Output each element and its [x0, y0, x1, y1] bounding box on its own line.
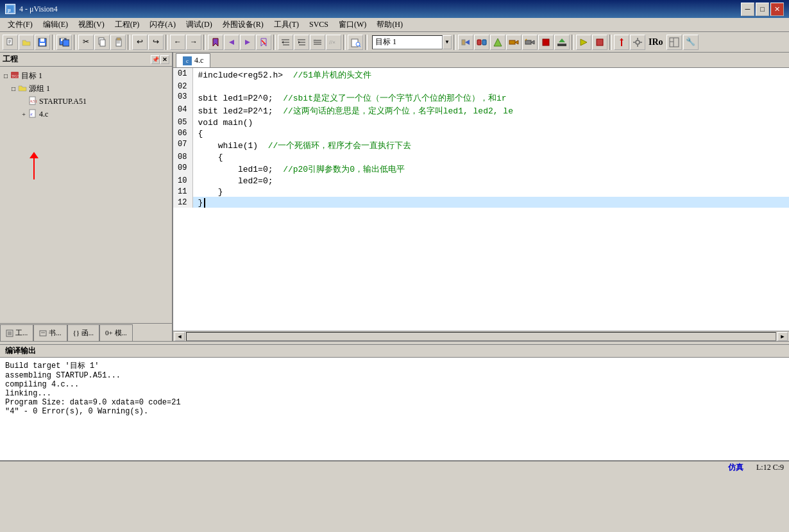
tree-sourcegroup[interactable]: □ 源组 1	[0, 82, 172, 95]
menu-flash[interactable]: 闪存(A)	[144, 18, 181, 31]
build-line: linking...	[5, 389, 784, 398]
extra-tools-btn[interactable]: 🔧	[683, 35, 699, 50]
line-number: 03	[173, 91, 192, 104]
build-output-title: 编译输出	[5, 345, 36, 356]
maximize-button[interactable]: □	[756, 3, 769, 16]
line-content[interactable]: }	[192, 197, 789, 208]
line-content[interactable]: {	[192, 151, 789, 162]
line-content[interactable]: {	[192, 128, 789, 138]
svg-marker-18	[213, 38, 218, 46]
expand-sourcegroup[interactable]: □	[10, 85, 17, 92]
stop-debug[interactable]	[592, 35, 607, 50]
code-line-06: 06{	[173, 128, 789, 138]
svg-marker-19	[229, 40, 234, 45]
svg-rect-41	[477, 40, 481, 45]
stop-build[interactable]	[538, 35, 554, 50]
line-number: 06	[173, 128, 192, 138]
options-target[interactable]	[458, 35, 473, 50]
copy-button[interactable]	[94, 35, 110, 50]
bookmark-next[interactable]	[240, 35, 255, 50]
download-button[interactable]	[554, 35, 570, 50]
target-icon: TGT	[10, 71, 19, 81]
line-content[interactable]: void main()	[192, 117, 789, 128]
sep4	[165, 35, 168, 50]
new-button[interactable]	[3, 35, 18, 50]
menu-svcs[interactable]: SVCS	[304, 18, 334, 31]
tree-root[interactable]: □ TGT 目标 1	[0, 69, 172, 82]
cut-button[interactable]: ✂	[78, 35, 94, 50]
settings-button[interactable]	[630, 35, 645, 50]
sidebar-close-btn[interactable]: ✕	[160, 55, 169, 64]
docbrowse-button[interactable]	[348, 35, 363, 50]
sidebar-tab-books[interactable]: 书...	[33, 324, 67, 341]
expand-root[interactable]: □	[3, 72, 9, 79]
scroll-track[interactable]	[186, 332, 776, 341]
svg-rect-43	[509, 40, 515, 44]
build-button[interactable]	[506, 35, 522, 50]
menu-tools[interactable]: 工具(T)	[269, 18, 304, 31]
line-content[interactable]: }	[192, 186, 789, 197]
pin-button[interactable]	[614, 35, 629, 50]
svg-text://×: //×	[329, 39, 335, 46]
undo-button[interactable]: ↩	[132, 35, 148, 50]
tree-4c[interactable]: + .c 4.c	[0, 108, 172, 121]
menu-view[interactable]: 视图(V)	[73, 18, 110, 31]
tree-startup[interactable]: A51 STARTUP.A51	[0, 95, 172, 108]
editor-tab-4c[interactable]: c 4.c	[176, 53, 210, 67]
line-content[interactable]: led1=0; //p20引脚参数为0，输出低电平	[192, 162, 789, 175]
line-number: 05	[173, 117, 192, 128]
sidebar-tab-templates[interactable]: 0+ 模...	[99, 324, 133, 341]
bookmark-button[interactable]	[208, 35, 223, 50]
line-content[interactable]: sbit led2=P2^1; //这两句话的意思是，定义两个位，名字叫led1…	[192, 104, 789, 117]
line-content[interactable]: #include<reg52.h> //51单片机的头文件	[192, 68, 789, 81]
svg-rect-8	[40, 43, 45, 46]
save-button[interactable]	[35, 35, 50, 50]
bookmark-prev[interactable]	[224, 35, 239, 50]
scroll-left-btn[interactable]: ◄	[174, 332, 185, 341]
redo-button[interactable]: ↪	[148, 35, 164, 50]
menu-debug[interactable]: 调试(D)	[181, 18, 217, 31]
start-debug[interactable]	[576, 35, 591, 50]
menu-project[interactable]: 工程(P)	[110, 18, 145, 31]
sidebar-pin-btn[interactable]: 📌	[151, 55, 160, 64]
sep1	[52, 35, 55, 50]
svg-marker-50	[559, 38, 565, 42]
expand-4c[interactable]: +	[21, 111, 27, 118]
line-content[interactable]: while(1) //一个死循环，程序才会一直执行下去	[192, 138, 789, 151]
scroll-right-btn[interactable]: ►	[777, 332, 788, 341]
target-select[interactable]: 目标 1	[372, 35, 443, 49]
editor-scrollbar[interactable]: ◄ ►	[173, 331, 789, 341]
indent-button[interactable]	[278, 35, 293, 50]
open-button[interactable]	[19, 35, 34, 50]
sidebar-tab-project[interactable]: 工...	[0, 324, 33, 341]
manage-components[interactable]	[474, 35, 489, 50]
menu-edit[interactable]: 编辑(E)	[38, 18, 73, 31]
unindent-button[interactable]	[294, 35, 309, 50]
menu-file[interactable]: 文件(F)	[3, 18, 38, 31]
sidebar-tab-functions[interactable]: {} 函...	[67, 324, 100, 341]
line-content[interactable]: sbit led1=P2^0; //sbit是定义了一个位（一个字节八个位的那个…	[192, 91, 789, 104]
comment-button[interactable]: //	[310, 35, 325, 50]
svg-rect-49	[557, 44, 566, 46]
menu-help[interactable]: 帮助(H)	[371, 18, 408, 31]
build-output-content[interactable]: Build target '目标 1'assembling STARTUP.A5…	[0, 358, 789, 460]
nav-back-button[interactable]: ←	[170, 35, 185, 50]
menu-window[interactable]: 窗口(W)	[334, 18, 371, 31]
window-layout-btn[interactable]	[666, 35, 682, 50]
close-button[interactable]: ✕	[770, 3, 784, 16]
target-select-arrow[interactable]: ▼	[443, 35, 452, 49]
save-all-button[interactable]	[56, 35, 72, 50]
paste-button[interactable]	[110, 35, 126, 50]
line-content[interactable]: led2=0;	[192, 175, 789, 186]
nav-fwd-button[interactable]: →	[186, 35, 201, 50]
menu-peripherals[interactable]: 外围设备(R)	[217, 18, 269, 31]
uncomment-button[interactable]: //×	[326, 35, 341, 50]
rebuild-button[interactable]	[522, 35, 538, 50]
translate-button[interactable]	[490, 35, 505, 50]
code-editor[interactable]: 01#include<reg52.h> //51单片机的头文件0203sbit …	[173, 68, 789, 331]
minimize-button[interactable]: ─	[741, 3, 754, 16]
line-content[interactable]	[192, 81, 789, 91]
svg-point-55	[636, 40, 640, 44]
clear-bookmarks[interactable]	[256, 35, 271, 50]
sep3	[128, 35, 130, 50]
